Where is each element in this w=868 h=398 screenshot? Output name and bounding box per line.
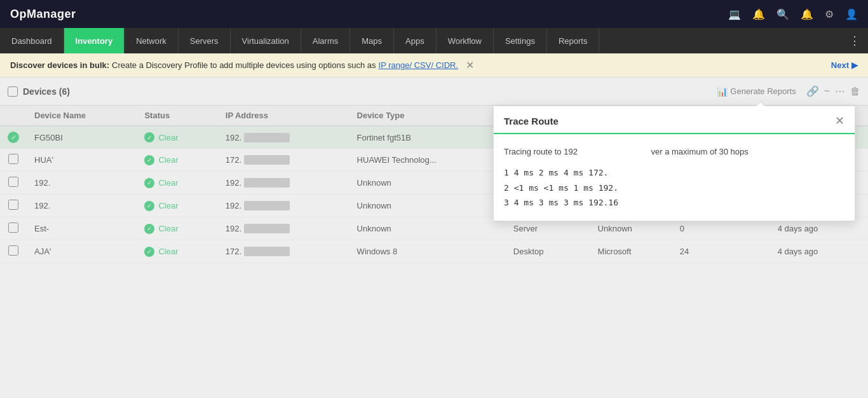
trace-spacer: [580, 147, 649, 156]
row-checkbox-cell[interactable]: [0, 217, 27, 240]
category-cell: Desktop: [506, 240, 590, 263]
select-all-checkbox[interactable]: [8, 86, 18, 97]
nav-apps[interactable]: Apps: [394, 28, 437, 53]
row-checkbox[interactable]: [8, 154, 18, 164]
settings-gear-icon[interactable]: ⚙: [825, 8, 834, 20]
ip-blurred: [244, 247, 290, 256]
status-cell: ✓ Clear: [137, 149, 217, 172]
app-logo: OpManager: [10, 8, 76, 21]
nav-reports[interactable]: Reports: [547, 28, 600, 53]
notification-text: Create a Discovery Profile to add multip…: [112, 60, 376, 70]
th-device-type: Device Type: [349, 106, 506, 126]
bell-outline-icon[interactable]: 🔔: [752, 8, 765, 20]
trace-route-panel: Trace Route ✕ Tracing route to 192 ver a…: [493, 106, 855, 221]
row-checkbox-cell[interactable]: [0, 172, 27, 195]
nav-servers[interactable]: Servers: [179, 28, 231, 53]
ip-blurred: [244, 178, 290, 188]
ip-cell: 172.: [218, 240, 349, 263]
row-checkbox-cell[interactable]: [0, 240, 27, 263]
search-icon[interactable]: 🔍: [776, 8, 789, 20]
status-label: Clear: [158, 178, 178, 188]
nav-bar: Dashboard Inventory Network Servers Virt…: [0, 28, 868, 53]
header-icons: 💻 🔔 🔍 🔔 ⚙ 👤: [728, 8, 858, 20]
table-row[interactable]: AJA' ✓ Clear 172. Windows 8 Desktop Micr…: [0, 240, 868, 263]
ip-cell: 192.: [218, 217, 349, 240]
device-type-cell: Windows 8: [349, 240, 506, 263]
trace-intro-suffix: ver a maximum of 30 hops: [651, 147, 748, 156]
status-dot-icon: ✓: [144, 132, 154, 142]
row-checkbox[interactable]: [8, 245, 18, 256]
status-label: Clear: [158, 247, 178, 256]
row-checkbox[interactable]: [8, 200, 18, 210]
th-status: Status: [137, 106, 217, 126]
trace-route-body: Tracing route to 192 ver a maximum of 30…: [494, 134, 855, 221]
nav-workflow[interactable]: Workflow: [437, 28, 494, 53]
trace-route-close-button[interactable]: ✕: [835, 115, 844, 127]
row-checkbox[interactable]: [8, 223, 18, 233]
main-content: Devices (6) 📊 Generate Reports 🔗 ~ ⋯ 🗑 D…: [0, 78, 868, 398]
delete-icon[interactable]: 🗑: [850, 86, 860, 97]
device-type-cell: Fortinet fgt51B: [349, 126, 506, 149]
status-label: Clear: [158, 224, 178, 233]
status-cell: ✓ Clear: [137, 240, 217, 263]
status-cell: ✓ Clear: [137, 217, 217, 240]
checked-icon: ✓: [8, 132, 19, 143]
generate-reports-button[interactable]: 📊 Generate Reports: [712, 84, 801, 99]
trace-intro-line: Tracing route to 192 ver a maximum of 30…: [504, 144, 844, 159]
device-name-cell: 192.: [27, 195, 137, 217]
devices-header: Devices (6) 📊 Generate Reports 🔗 ~ ⋯ 🗑: [0, 78, 868, 106]
more-options-icon[interactable]: ⋯: [835, 85, 845, 97]
row-checkbox[interactable]: [8, 177, 18, 187]
nav-inventory[interactable]: Inventory: [64, 28, 125, 53]
ip-cell: 192.: [218, 195, 349, 217]
monitor-icon[interactable]: 💻: [728, 8, 741, 20]
row-checkbox-cell[interactable]: ✓: [0, 126, 27, 149]
nav-alarms[interactable]: Alarms: [301, 28, 350, 53]
device-name-cell: Est-: [27, 217, 137, 240]
devices-title: Devices (6): [23, 86, 70, 97]
user-icon[interactable]: 👤: [845, 8, 858, 20]
trace-route-title: Trace Route: [504, 116, 559, 127]
ip-blurred: [244, 224, 290, 233]
next-arrow-icon: ▶: [851, 60, 858, 70]
ip-cell: 192.: [218, 126, 349, 149]
trace-intro-text: Tracing route to 192: [504, 147, 578, 156]
device-type-cell: HUAWEI Technolog...: [349, 149, 506, 172]
device-name-cell: AJA': [27, 240, 137, 263]
link-icon[interactable]: 🔗: [806, 85, 819, 97]
ip-blurred: [244, 201, 290, 210]
status-dot-icon: ✓: [144, 155, 154, 165]
device-name-cell: FG50BI: [27, 126, 137, 149]
device-type-cell: Unknown: [349, 172, 506, 195]
nav-settings[interactable]: Settings: [494, 28, 547, 53]
trace-hop-1: 1 4 ms 2 ms 4 ms 172.: [504, 165, 844, 180]
nav-more-icon[interactable]: ⋮: [841, 28, 868, 53]
top-header: OpManager 💻 🔔 🔍 🔔 ⚙ 👤: [0, 0, 868, 28]
status-dot-icon: ✓: [144, 201, 154, 211]
row-checkbox-cell[interactable]: [0, 149, 27, 172]
notification-close-icon[interactable]: ✕: [466, 59, 474, 71]
nav-maps[interactable]: Maps: [350, 28, 394, 53]
bar-chart-icon: 📊: [717, 86, 728, 97]
nav-virtualization[interactable]: Virtualization: [231, 28, 301, 53]
nav-dashboard[interactable]: Dashboard: [0, 28, 64, 53]
notification-content: Discover devices in bulk: Create a Disco…: [10, 59, 474, 71]
status-cell: ✓ Clear: [137, 126, 217, 149]
downtime-cell: 24: [672, 240, 770, 263]
logo-manager: Manager: [27, 8, 76, 20]
row-checkbox-cell[interactable]: [0, 195, 27, 217]
ip-blurred: [244, 133, 290, 142]
trace-route-header: Trace Route ✕: [494, 106, 855, 134]
graph-icon[interactable]: ~: [824, 86, 830, 97]
notification-bell-icon[interactable]: 🔔: [801, 8, 813, 20]
status-dot-icon: ✓: [144, 224, 154, 234]
status-dot-icon: ✓: [144, 247, 154, 257]
notification-bold: Discover devices in bulk:: [10, 60, 109, 70]
nav-network[interactable]: Network: [125, 28, 179, 53]
notification-link[interactable]: IP range/ CSV/ CIDR.: [379, 60, 458, 70]
status-label: Clear: [158, 133, 178, 142]
status-label: Clear: [158, 201, 178, 210]
notification-next[interactable]: Next ▶: [831, 60, 858, 70]
vendor-cell: Microsoft: [590, 240, 672, 263]
last-polled-cell: 4 days ago: [770, 240, 868, 263]
